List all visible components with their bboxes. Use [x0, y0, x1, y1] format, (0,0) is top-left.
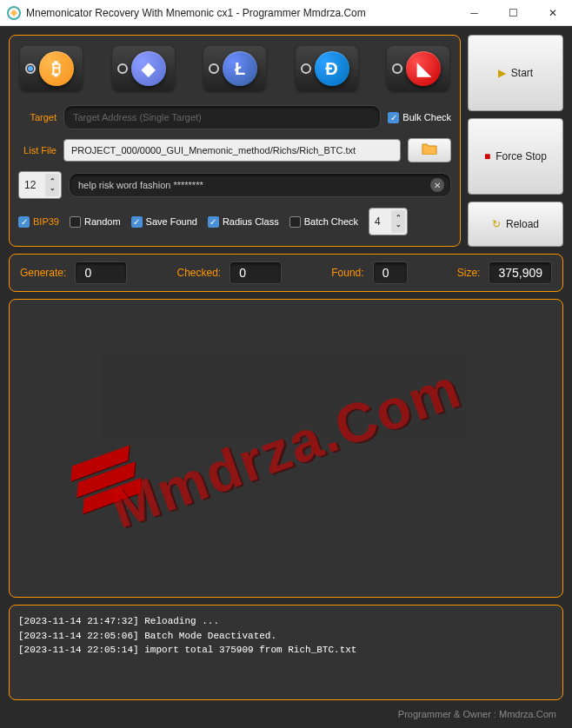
radio-icon	[209, 63, 219, 74]
main-area: ₿ ◆ Ł Đ ◣ Ta	[0, 26, 572, 728]
log-panel: [2023-11-14 21:47:32] Reloading ... [202…	[9, 605, 563, 700]
footer-credit: Programmer & Owner : Mmdrza.Com	[9, 707, 563, 719]
watermark-text: Mmdrza.Com	[103, 355, 469, 541]
generate-value: 0	[75, 261, 127, 284]
window-close-button[interactable]: ✕	[533, 0, 572, 26]
side-button-panel: ▶ Start ■ Force Stop ↻ Reload	[468, 35, 563, 247]
log-line: [2023-11-14 21:47:32] Reloading ...	[18, 614, 554, 629]
window-title: Mnemonicator Recovery With Mnemonic cx1 …	[26, 7, 455, 19]
size-value: 375,909	[489, 261, 552, 284]
clear-phrase-button[interactable]: ✕	[430, 178, 444, 192]
radio-icon	[25, 63, 36, 74]
batch-check-checkbox[interactable]: Batch Check	[289, 216, 358, 228]
coin-trx-option[interactable]: ◣	[387, 46, 449, 91]
window-titlebar: Mnemonicator Recovery With Mnemonic cx1 …	[0, 0, 572, 26]
force-stop-button[interactable]: ■ Force Stop	[468, 118, 563, 195]
coin-btc-option[interactable]: ₿	[20, 46, 83, 91]
litecoin-icon: Ł	[223, 51, 257, 86]
word-count-value: 12	[24, 179, 36, 191]
bulk-check-checkbox[interactable]: Bulk Check	[388, 112, 451, 123]
target-input[interactable]	[63, 105, 381, 129]
reload-icon: ↻	[492, 218, 501, 230]
found-label: Found:	[331, 267, 363, 279]
reload-label: Reload	[506, 218, 539, 230]
settings-panel: ₿ ◆ Ł Đ ◣ Ta	[9, 35, 461, 247]
generate-label: Generate:	[20, 267, 66, 279]
log-line: [2023-11-14 22:05:06] Batch Mode Deactiv…	[18, 629, 554, 644]
radio-icon	[117, 63, 128, 74]
tron-icon: ◣	[406, 51, 441, 86]
radio-icon	[301, 63, 311, 74]
save-label: Save Found	[146, 216, 197, 227]
random-label: Random	[84, 216, 121, 227]
start-button[interactable]: ▶ Start	[468, 35, 563, 111]
stop-label: Force Stop	[496, 150, 547, 162]
checkbox-icon	[70, 216, 81, 228]
checkbox-icon	[208, 216, 219, 228]
window-maximize-button[interactable]: ☐	[494, 0, 533, 26]
phrase-input[interactable]	[69, 173, 451, 197]
target-label: Target	[18, 112, 57, 122]
checked-label: Checked:	[176, 267, 221, 279]
dash-icon: Đ	[315, 51, 349, 86]
word-count-stepper[interactable]: 12 ⌃⌄	[18, 171, 62, 199]
stop-icon: ■	[484, 150, 490, 162]
radius-class-checkbox[interactable]: Radius Class	[208, 216, 279, 228]
batch-value: 4	[375, 215, 381, 228]
reload-button[interactable]: ↻ Reload	[468, 202, 563, 247]
bulk-check-label: Bulk Check	[402, 112, 451, 122]
work-output-panel: Mmdrza.Com	[9, 299, 563, 598]
checkbox-icon	[18, 216, 30, 228]
listfile-input[interactable]	[63, 139, 401, 162]
stepper-arrows-icon: ⌃⌄	[45, 174, 59, 196]
stats-panel: Generate: 0 Checked: 0 Found: 0 Size: 37…	[9, 254, 563, 292]
window-minimize-button[interactable]: ─	[455, 0, 494, 26]
stepper-arrows-icon: ⌃⌄	[391, 210, 405, 233]
batch-label: Batch Check	[304, 216, 358, 227]
checkbox-icon	[131, 216, 143, 228]
found-value: 0	[373, 261, 408, 284]
coin-eth-option[interactable]: ◆	[112, 46, 175, 91]
checkbox-icon	[388, 112, 399, 123]
radio-icon	[392, 63, 402, 74]
log-line: [2023-11-14 22:05:14] import total 37590…	[18, 643, 554, 658]
app-icon	[7, 6, 21, 20]
random-checkbox[interactable]: Random	[70, 216, 121, 228]
radius-label: Radius Class	[223, 216, 279, 227]
ethereum-icon: ◆	[131, 51, 166, 86]
bitcoin-icon: ₿	[39, 51, 74, 86]
save-found-checkbox[interactable]: Save Found	[131, 216, 197, 228]
listfile-label: List File	[18, 145, 57, 156]
coin-selector-row: ₿ ◆ Ł Đ ◣	[18, 46, 451, 96]
coin-dash-option[interactable]: Đ	[296, 46, 358, 91]
checkbox-icon	[289, 216, 301, 228]
browse-file-button[interactable]	[408, 138, 451, 162]
play-icon: ▶	[498, 67, 506, 79]
bip39-checkbox[interactable]: BIP39	[18, 216, 59, 228]
folder-icon	[422, 142, 437, 158]
start-label: Start	[511, 67, 533, 79]
batch-count-stepper[interactable]: 4 ⌃⌄	[369, 208, 408, 235]
coin-ltc-option[interactable]: Ł	[203, 46, 266, 91]
bip39-label: BIP39	[33, 216, 59, 227]
checked-value: 0	[229, 261, 282, 284]
size-label: Size:	[457, 267, 481, 279]
